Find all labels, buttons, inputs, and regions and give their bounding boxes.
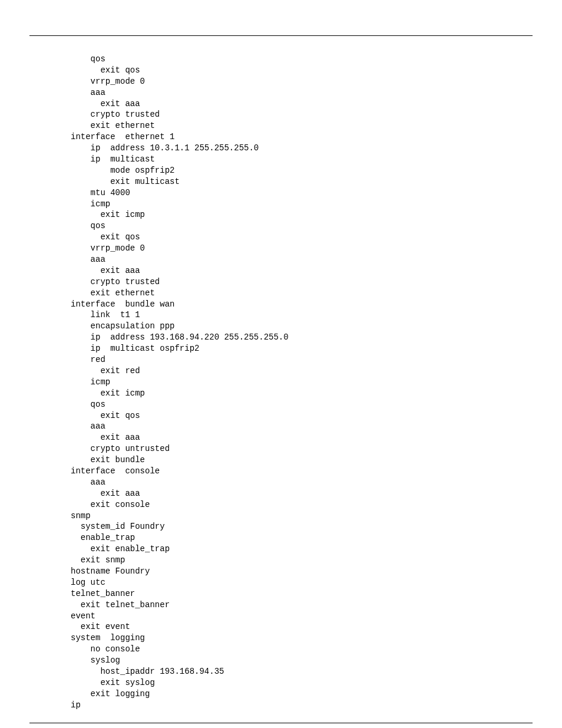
bottom-divider	[29, 723, 533, 723]
config-code-block: qos exit qos vrrp_mode 0 aaa exit aaa cr…	[29, 54, 533, 711]
top-divider	[29, 35, 533, 36]
